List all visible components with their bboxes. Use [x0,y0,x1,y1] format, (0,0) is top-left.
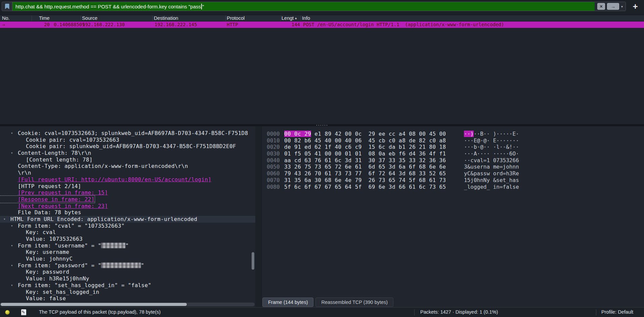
column-divider[interactable] [32,16,32,21]
detail-text: [Prev request in frame: 15] [0,189,108,196]
profile-indicator[interactable]: Profile: Default [601,309,633,315]
tab-frame-144-bytes[interactable]: Frame (144 bytes) [262,298,313,307]
hex-offset: 0030 [267,150,280,157]
hex-row[interactable]: 003001 f5 05 41 00 00 01 01 08 0a eb f6 … [262,150,644,157]
detail-row[interactable]: Content-Type: application/x-www-form-url… [0,163,255,170]
hex-bytes[interactable]: de 91 ed 62 1f 40 c6 c9 15 6c da b1 26 2… [284,144,446,150]
expand-arrow-icon[interactable]: ▾ [11,130,13,137]
display-filter-bar: http.chat && http.request.method == POST… [2,2,626,11]
hex-bytes[interactable]: 31 35 6a 30 68 6e 4e 79 26 73 65 74 5f 6… [284,177,446,184]
expand-arrow-icon[interactable]: ▾ [11,242,13,249]
expand-arrow-icon[interactable]: ▾ [3,216,6,223]
detail-row[interactable]: [Full request URI: http://ubuntu:8000/en… [0,176,255,183]
column-header-time[interactable]: Time [39,15,50,22]
detail-row[interactable]: Key: cval [0,229,255,236]
chevron-down-icon[interactable]: ▾ [621,5,623,8]
column-divider[interactable] [153,16,153,21]
packet-row[interactable]: →200.140688509192.168.222.130192.168.222… [0,21,644,28]
hex-ascii[interactable]: ···A···· ·····6O· [464,150,519,157]
hex-ascii[interactable]: ··cval=1 07353266 [464,157,519,164]
hex-ascii[interactable]: ···b·@·· ·l··&!·· [464,144,519,150]
detail-row[interactable]: [Content length: 78] [0,156,255,163]
expand-arrow-icon[interactable]: ▾ [11,282,13,289]
hex-bytes[interactable]: aa cd 63 76 61 6c 3d 31 30 37 33 35 33 3… [284,157,446,164]
hex-ascii[interactable]: 3&userna me=johnn [464,164,519,170]
hscroll-thumb[interactable] [1,303,187,306]
apply-filter-button[interactable]: → [607,3,619,10]
detail-row[interactable]: Key: set_has_logged_in [0,289,255,296]
expand-arrow-icon[interactable]: ▾ [11,223,13,229]
expand-arrow-icon[interactable]: ▾ [11,150,13,156]
column-header-no[interactable]: No. [2,15,10,22]
detail-text: Form item: "username" = "" [0,242,129,249]
column-divider[interactable] [281,16,281,21]
detail-row[interactable]: Key: username [0,249,255,256]
hex-bytes[interactable]: 00 0c 29 e1 89 42 00 0c 29 ee cc a4 08 0… [284,131,446,137]
column-divider[interactable] [301,16,301,21]
hex-row[interactable]: 000000 0c 29 e1 89 42 00 0c 29 ee cc a4 … [262,131,644,137]
hex-ascii[interactable]: 15j0hnNy &set_has [464,177,519,184]
add-filter-button[interactable]: + [630,2,640,11]
expand-arrow-icon[interactable]: ▾ [11,262,13,269]
hex-row[interactable]: 005033 26 75 73 65 72 6e 61 6d 65 3d 6a … [262,164,644,170]
detail-row[interactable]: Key: password [0,269,255,275]
detail-row[interactable]: Value: false [0,295,255,302]
detail-row[interactable]: Cookie pair: cval=1073532663 [0,137,255,143]
detail-row[interactable]: Value: h3Re15j0hnNy [0,275,255,282]
byte-view-tabs: Frame (144 bytes)Reassembled TCP (390 by… [262,298,393,307]
detail-row[interactable]: ▾Form item: "username" = "" [0,242,255,249]
column-header-destination[interactable]: Destination [154,15,178,22]
tab-reassembled-tcp-390-bytes[interactable]: Reassembled TCP (390 bytes) [315,298,393,307]
hex-bytes[interactable]: 00 82 b6 45 40 00 40 06 45 cb c0 a8 de 8… [284,137,446,144]
hex-row[interactable]: 00805f 6c 6f 67 67 65 64 5f 69 6e 3d 66 … [262,184,644,190]
detail-text: [Content length: 78] [0,156,93,163]
detail-row[interactable]: Value: 1073532663 [0,236,255,242]
hex-ascii[interactable]: ···E@·@· E······· [464,137,519,144]
detail-row[interactable]: ▾Cookie: cval=1073532663; splunkweb_uid=… [0,130,255,137]
display-filter-input[interactable]: http.chat && http.request.method == POST… [12,2,595,11]
detail-row[interactable]: ▾Content-Length: 78\r\n [0,150,255,156]
hex-ascii[interactable]: yC&passw ord=h3Re [464,170,519,177]
hex-row[interactable]: 001000 82 b6 45 40 00 40 06 45 cb c0 a8 … [262,137,644,144]
detail-row[interactable]: [Response in frame: 22] [0,196,255,203]
cell-no: 20 [0,21,50,28]
column-header-protocol[interactable]: Protocol [227,15,245,22]
hex-rows[interactable]: 000000 0c 29 e1 89 42 00 0c 29 ee cc a4 … [262,131,644,190]
detail-row[interactable]: \r\n [0,170,255,176]
detail-row[interactable]: Value: johnnyC [0,256,255,262]
detail-row[interactable]: File Data: 78 bytes [0,209,255,216]
hex-ascii[interactable]: ··)··B·· )·····E· [464,131,519,137]
detail-row[interactable]: [HTTP request 2/14] [0,183,255,190]
filter-bookmark-button[interactable] [2,2,12,11]
details-vertical-scrollbar[interactable] [252,252,254,270]
detail-row[interactable]: [Next request in frame: 23] [0,203,255,210]
hex-bytes[interactable]: 79 43 26 70 61 73 73 77 6f 72 64 3d 68 3… [284,170,446,177]
detail-row[interactable]: ▾Form item: "password" = "" [0,262,255,269]
detail-row[interactable]: ▾Form item: "set_has_logged_in" = "false… [0,282,255,289]
hex-row[interactable]: 006079 43 26 70 61 73 73 77 6f 72 64 3d … [262,170,644,177]
column-divider[interactable] [81,16,81,21]
details-horizontal-scrollbar[interactable] [0,303,255,306]
hex-ascii[interactable]: _logged_ in=false [464,184,519,190]
column-header-source[interactable]: Source [82,15,97,22]
expert-info-icon[interactable] [5,310,10,315]
packet-details-pane: ▾Cookie: cval=1073532663; splunkweb_uid=… [0,126,255,307]
detail-row[interactable]: ▾HTML Form URL Encoded: application/x-ww… [0,216,255,223]
detail-row[interactable]: ▾Form item: "cval" = "1073532663" [0,223,255,229]
hex-row[interactable]: 0040aa cd 63 76 61 6c 3d 31 30 37 33 35 … [262,157,644,164]
hex-bytes[interactable]: 01 f5 05 41 00 00 01 01 08 0a eb f6 d4 3… [284,150,446,157]
clear-filter-button[interactable]: × [597,3,605,10]
hex-row[interactable]: 0020de 91 ed 62 1f 40 c6 c9 15 6c da b1 … [262,144,644,150]
column-header-length[interactable]: Lengt▲ [282,15,297,22]
splitter-handle-icon[interactable] [316,125,327,126]
packet-list[interactable]: →200.140688509192.168.222.130192.168.222… [0,21,644,124]
column-divider[interactable] [225,16,226,21]
column-header-info[interactable]: Info [302,15,310,22]
capture-comment-icon[interactable] [21,309,26,315]
hex-bytes[interactable]: 33 26 75 73 65 72 6e 61 6d 65 3d 6a 6f 6… [284,164,446,170]
detail-text: Value: h3Re15j0hnNy [0,275,89,282]
hex-bytes[interactable]: 5f 6c 6f 67 67 65 64 5f 69 6e 3d 66 61 6… [284,184,446,190]
detail-row[interactable]: Cookie pair: splunkweb_uid=AFB697A8-D703… [0,143,255,150]
hex-row[interactable]: 007031 35 6a 30 68 6e 4e 79 26 73 65 74 … [262,177,644,184]
detail-row[interactable]: [Prev request in frame: 15] [0,189,255,196]
